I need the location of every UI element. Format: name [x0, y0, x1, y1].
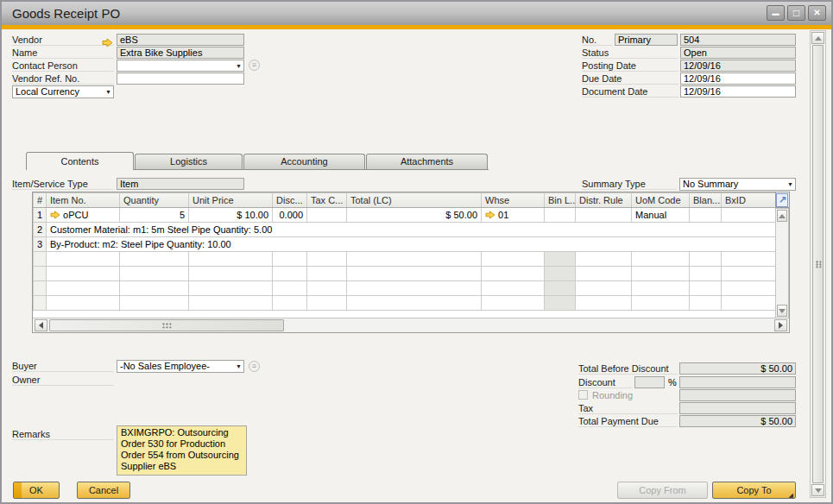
empty-cell[interactable] — [690, 267, 722, 281]
empty-cell[interactable] — [632, 281, 690, 296]
col-header-uom-code[interactable]: UoM Code — [632, 193, 690, 208]
titlebar[interactable]: Goods Receipt PO ▁ □ ✕ — [2, 2, 831, 25]
empty-cell[interactable] — [722, 252, 777, 267]
empty-cell[interactable] — [690, 281, 722, 296]
horizontal-scroll-thumb[interactable] — [49, 319, 284, 331]
col-header-discount[interactable]: Disc... — [273, 193, 307, 208]
grid-horizontal-scrollbar[interactable] — [33, 318, 789, 332]
empty-cell[interactable] — [47, 267, 120, 281]
col-header-bin[interactable]: Bin L... — [545, 193, 576, 208]
chevron-down-icon[interactable]: ▼ — [236, 63, 242, 70]
empty-cell[interactable] — [576, 252, 632, 267]
contact-person-combo[interactable]: ▼ — [117, 60, 244, 72]
chevron-down-icon[interactable]: ▼ — [105, 89, 111, 96]
buyer-combo[interactable]: -No Sales Employee- ▼ — [117, 360, 244, 373]
uom-code-cell[interactable]: Manual — [632, 208, 690, 223]
col-header-distr-rule[interactable]: Distr. Rule — [576, 193, 632, 208]
empty-cell[interactable] — [632, 252, 690, 267]
empty-cell[interactable] — [273, 267, 307, 281]
empty-cell[interactable] — [545, 296, 576, 311]
col-header-bxid[interactable]: BxID — [722, 193, 777, 208]
link-arrow-icon[interactable] — [50, 210, 60, 220]
empty-cell[interactable] — [47, 296, 120, 311]
empty-cell[interactable] — [47, 252, 120, 267]
empty-cell[interactable] — [273, 296, 307, 311]
empty-cell[interactable] — [690, 252, 722, 267]
col-header-whse[interactable]: Whse — [482, 193, 545, 208]
empty-cell[interactable] — [307, 281, 347, 296]
empty-cell[interactable] — [722, 281, 777, 296]
item-no-cell[interactable]: oPCU — [47, 208, 120, 223]
item-service-type-field[interactable]: Item — [117, 178, 244, 190]
row-number-cell[interactable]: 3 — [34, 237, 47, 252]
cancel-button[interactable]: Cancel — [77, 482, 130, 499]
document-date-field[interactable]: 12/09/16 — [680, 85, 796, 98]
empty-cell[interactable] — [189, 252, 273, 267]
empty-cell[interactable] — [189, 296, 273, 311]
quantity-cell[interactable]: 5 — [120, 208, 189, 223]
row-number-cell[interactable]: 1 — [34, 208, 47, 223]
expand-grid-icon[interactable]: ↗ — [775, 192, 789, 208]
empty-cell[interactable] — [120, 267, 189, 281]
col-header-unit-price[interactable]: Unit Price — [189, 193, 273, 208]
empty-cell[interactable] — [347, 252, 482, 267]
window-vertical-scrollbar[interactable] — [810, 30, 826, 498]
row-number-cell[interactable]: 2 — [34, 223, 47, 237]
tab-contents[interactable]: Contents — [26, 152, 134, 170]
tax-code-cell[interactable] — [307, 208, 347, 223]
text-row-cell[interactable]: By-Product: m2: Steel Pipe Quantity: 10.… — [47, 237, 777, 252]
blanket-cell[interactable] — [690, 208, 722, 223]
ok-button[interactable]: OK — [13, 482, 60, 499]
empty-cell[interactable] — [545, 252, 576, 267]
empty-cell[interactable] — [690, 296, 722, 311]
vendor-ref-field[interactable] — [117, 72, 244, 85]
text-row-cell[interactable]: Customer Material: m1: 5m Steel Pipe Qua… — [47, 223, 777, 237]
name-field[interactable]: Extra Bike Supplies — [117, 47, 244, 59]
list-icon[interactable]: ≡ — [249, 361, 260, 372]
rounding-checkbox[interactable] — [578, 390, 588, 400]
empty-cell[interactable] — [576, 296, 632, 311]
col-header-tax-code[interactable]: Tax C... — [307, 193, 347, 208]
empty-cell[interactable] — [482, 281, 545, 296]
empty-cell[interactable] — [632, 267, 690, 281]
remarks-textarea[interactable]: BXIMGRPO: Outsourcing Order 530 for Prod… — [117, 425, 247, 476]
col-header-blanket[interactable]: Blan... — [690, 193, 722, 208]
vertical-scroll-thumb[interactable] — [812, 45, 824, 483]
scroll-left-icon[interactable] — [35, 319, 47, 331]
empty-cell[interactable] — [34, 252, 47, 267]
empty-cell[interactable] — [273, 252, 307, 267]
empty-cell[interactable] — [120, 296, 189, 311]
currency-combo[interactable]: Local Currency ▼ — [12, 85, 114, 98]
col-header-quantity[interactable]: Quantity — [120, 193, 189, 208]
bin-cell[interactable] — [545, 208, 576, 223]
scroll-down-icon[interactable] — [811, 484, 824, 496]
empty-cell[interactable] — [545, 267, 576, 281]
empty-cell[interactable] — [722, 267, 777, 281]
tab-accounting[interactable]: Accounting — [243, 154, 365, 169]
scroll-down-icon[interactable] — [777, 305, 787, 317]
empty-cell[interactable] — [632, 296, 690, 311]
empty-cell[interactable] — [307, 267, 347, 281]
empty-cell[interactable] — [34, 281, 47, 296]
empty-cell[interactable] — [34, 267, 47, 281]
empty-cell[interactable] — [347, 296, 482, 311]
empty-cell[interactable] — [482, 296, 545, 311]
col-header-total-lc[interactable]: Total (LC) — [347, 193, 482, 208]
empty-cell[interactable] — [307, 252, 347, 267]
scroll-up-icon[interactable] — [811, 32, 824, 44]
discount-percent-field[interactable] — [634, 376, 665, 388]
col-header-num[interactable]: # — [34, 193, 47, 208]
scroll-right-icon[interactable] — [774, 319, 787, 331]
empty-cell[interactable] — [545, 281, 576, 296]
copy-to-button[interactable]: Copy To ◢ — [712, 482, 796, 499]
empty-cell[interactable] — [47, 281, 120, 296]
chevron-down-icon[interactable]: ▼ — [787, 181, 793, 188]
tab-attachments[interactable]: Attachments — [366, 154, 488, 169]
empty-cell[interactable] — [120, 281, 189, 296]
empty-cell[interactable] — [189, 267, 273, 281]
col-header-item-no[interactable]: Item No. — [47, 193, 120, 208]
empty-cell[interactable] — [189, 281, 273, 296]
close-icon[interactable]: ✕ — [808, 5, 826, 21]
empty-cell[interactable] — [576, 281, 632, 296]
chevron-down-icon[interactable]: ▼ — [236, 363, 242, 370]
